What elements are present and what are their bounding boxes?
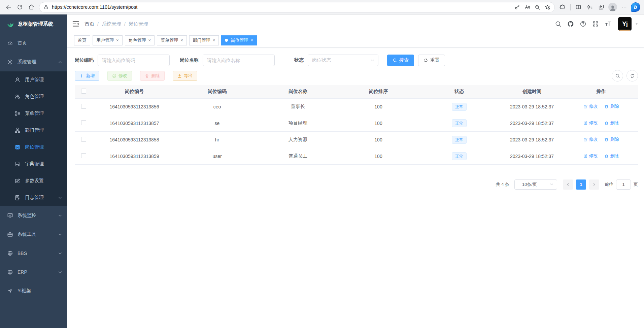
sidebar-item-bbs[interactable]: BBS — [0, 244, 67, 263]
caret-down-icon[interactable] — [635, 22, 639, 26]
close-icon[interactable]: × — [180, 38, 183, 43]
favorites-bar-icon[interactable] — [584, 1, 596, 13]
sidebar-item-home[interactable]: 首页 — [0, 34, 67, 53]
collections-icon[interactable] — [596, 1, 607, 13]
next-page-button[interactable] — [589, 179, 599, 190]
status-badge: 正常 — [452, 152, 467, 160]
sidebar-item-system[interactable]: 系统管理 — [0, 53, 67, 71]
key-icon[interactable] — [512, 2, 522, 12]
github-icon[interactable] — [567, 21, 574, 27]
close-icon[interactable]: × — [250, 38, 253, 43]
plus-icon — [79, 74, 84, 78]
table-row: 1641030593112313856 ceo 董事长 100 正常 2023-… — [75, 98, 638, 115]
current-page-button[interactable]: 1 — [576, 179, 586, 190]
browser-back-icon[interactable] — [3, 1, 14, 13]
sidebar-item-users[interactable]: 用户管理 — [0, 71, 67, 88]
reset-button[interactable]: 重置 — [418, 55, 445, 66]
row-edit-link[interactable]: 修改 — [583, 153, 598, 159]
breadcrumb: 首页 / 系统管理 / 岗位管理 — [84, 21, 148, 27]
row-checkbox[interactable] — [81, 104, 86, 109]
breadcrumb-home[interactable]: 首页 — [84, 21, 94, 27]
browser-profile-icon[interactable] — [607, 1, 618, 13]
sidebar-item-departments[interactable]: 部门管理 — [0, 122, 67, 139]
sidebar-item-monitor[interactable]: 系统监控 — [0, 206, 67, 225]
sidebar-item-parameters[interactable]: 参数设置 — [0, 172, 67, 189]
cell-post-name: 普通员工 — [258, 148, 338, 164]
page-size-select[interactable]: 10条/页 — [514, 179, 557, 190]
tab-menus[interactable]: 菜单管理× — [157, 35, 187, 45]
prev-page-button[interactable] — [563, 179, 573, 190]
search-icon[interactable] — [555, 21, 562, 27]
monitor-icon — [7, 212, 13, 219]
goto-page-input[interactable] — [616, 179, 631, 190]
trash-icon — [145, 74, 149, 78]
extensions-icon[interactable] — [557, 1, 568, 13]
row-delete-link[interactable]: 删除 — [604, 103, 619, 109]
refresh-table-button[interactable] — [626, 70, 638, 81]
sidebar-menu: 首页 系统管理 用户管理 角色管理 菜单管理 — [0, 34, 67, 300]
browser-home-icon[interactable] — [26, 1, 37, 13]
post-name-input[interactable] — [203, 55, 275, 66]
font-size-icon[interactable] — [605, 21, 611, 27]
sidebar-item-erp[interactable]: ERP — [0, 263, 67, 282]
address-bar[interactable]: https://ccnetcore.com:1101/system/post — [39, 2, 555, 12]
delete-button[interactable]: 删除 — [140, 71, 165, 81]
fullscreen-icon[interactable] — [592, 21, 599, 27]
trash-icon — [604, 104, 609, 109]
export-button[interactable]: 导出 — [173, 71, 197, 81]
chevron-down-icon — [58, 196, 62, 200]
help-icon[interactable] — [580, 21, 586, 27]
row-edit-link[interactable]: 修改 — [583, 136, 598, 142]
favorite-add-icon[interactable] — [542, 2, 552, 12]
row-delete-link[interactable]: 删除 — [604, 136, 619, 142]
row-edit-link[interactable]: 修改 — [583, 120, 598, 126]
sidebar-item-logs[interactable]: 日志管理 — [0, 189, 67, 206]
trash-icon — [604, 121, 609, 125]
show-search-button[interactable] — [612, 70, 623, 81]
row-delete-link[interactable]: 删除 — [604, 120, 619, 126]
user-avatar[interactable]: Yj — [618, 17, 632, 31]
split-screen-icon[interactable] — [573, 1, 584, 13]
sidebar-item-menus[interactable]: 菜单管理 — [0, 105, 67, 122]
cell-created: 2023-03-29 18:52:37 — [500, 148, 564, 164]
tab-posts-active[interactable]: 岗位管理× — [221, 35, 257, 45]
tab-departments[interactable]: 部门管理× — [189, 35, 219, 45]
edit-button[interactable]: 修改 — [107, 71, 132, 81]
tab-home[interactable]: 首页 — [74, 35, 90, 45]
row-checkbox[interactable] — [81, 120, 86, 125]
row-checkbox[interactable] — [81, 137, 86, 142]
sidebar-item-roles[interactable]: 角色管理 — [0, 88, 67, 105]
sidebar-item-yiframe[interactable]: Yi框架 — [0, 282, 67, 300]
status-select[interactable]: 岗位状态 — [308, 55, 378, 66]
sidebar-item-dictionary[interactable]: 字典管理 — [0, 156, 67, 172]
zoom-out-icon[interactable] — [532, 2, 542, 12]
chevron-down-icon — [58, 251, 62, 256]
row-checkbox[interactable] — [81, 153, 86, 158]
breadcrumb-current: 岗位管理 — [129, 21, 148, 27]
table-header-row: 岗位编号 岗位编码 岗位名称 岗位排序 状态 创建时间 操作 — [75, 85, 638, 98]
close-icon[interactable]: × — [213, 38, 215, 43]
refresh-icon — [630, 73, 635, 78]
row-edit-link[interactable]: 修改 — [583, 103, 598, 109]
sidebar-toggle-icon[interactable] — [72, 20, 79, 28]
col-actions: 操作 — [564, 85, 638, 98]
tab-roles[interactable]: 角色管理× — [125, 35, 155, 45]
browser-more-icon[interactable] — [618, 1, 630, 13]
post-code-input[interactable] — [98, 55, 170, 66]
search-button[interactable]: 搜索 — [387, 55, 414, 66]
close-icon[interactable]: × — [148, 38, 151, 43]
trash-icon — [604, 154, 609, 158]
sidebar-item-posts[interactable]: 岗位管理 — [0, 139, 67, 156]
add-button[interactable]: 新增 — [75, 71, 99, 81]
row-delete-link[interactable]: 删除 — [604, 153, 619, 159]
select-all-checkbox[interactable] — [81, 89, 86, 94]
browser-refresh-icon[interactable] — [14, 1, 26, 13]
tab-users[interactable]: 用户管理× — [93, 35, 123, 45]
close-icon[interactable]: × — [116, 38, 119, 43]
toolbar-divider — [570, 4, 571, 10]
sidebar-item-tools[interactable]: 系统工具 — [0, 225, 67, 244]
cell-post-code: user — [176, 148, 258, 164]
url-text[interactable]: https://ccnetcore.com:1101/system/post — [52, 4, 512, 10]
read-aloud-icon[interactable] — [522, 2, 532, 12]
bing-chat-icon[interactable]: b — [630, 1, 641, 13]
